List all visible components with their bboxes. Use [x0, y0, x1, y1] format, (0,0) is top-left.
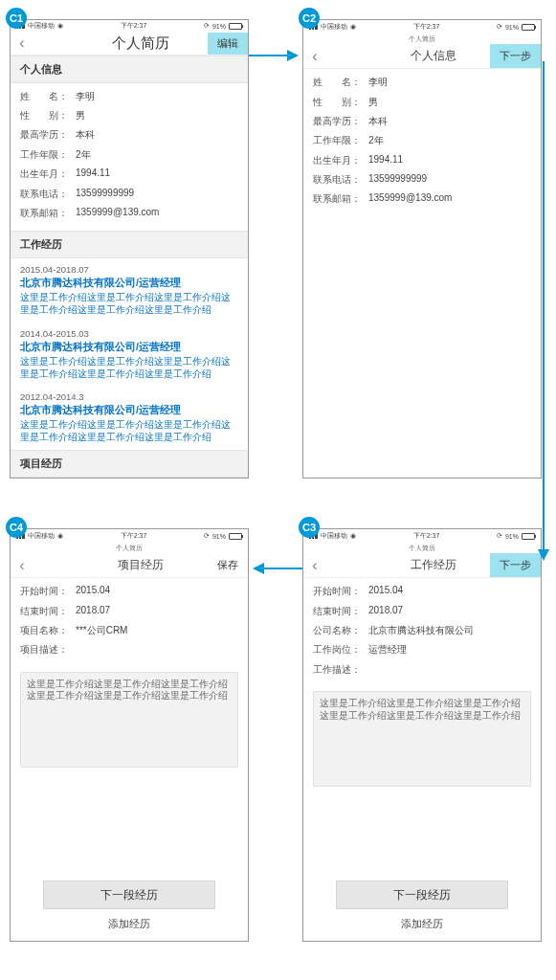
input-position[interactable]: 运营经理 — [368, 643, 531, 657]
input-gender[interactable]: 男 — [368, 96, 531, 109]
label-name: 姓 名： — [20, 90, 76, 103]
label-birth: 出生年月： — [313, 154, 368, 167]
input-end[interactable]: 2018.07 — [368, 605, 531, 618]
work-item[interactable]: 2012.04-2014.3 北京市腾达科技有限公司/运营经理 这里是工作介绍这… — [11, 386, 248, 450]
battery-icon — [522, 533, 535, 540]
section-project: 项目经历 — [11, 450, 248, 478]
badge-c3: C3 — [299, 517, 320, 538]
screen-c1: 中国移动◉ 下午2:37 ⟳91% ‹ 个人简历 编辑 个人信息 姓 名：李明 … — [10, 19, 249, 479]
badge-c1: C1 — [6, 8, 27, 29]
statusbar: 中国移动◉ 下午2:37 ⟳91% — [11, 529, 248, 543]
screen-c3: 中国移动◉ 下午2:37 ⟳91% 个人简历 ‹ 工作经历 下一步 开始时间：2… — [302, 528, 542, 942]
battery-label: 91% — [505, 533, 519, 540]
value-phone: 13599999999 — [76, 188, 238, 201]
label-end: 结束时间： — [313, 605, 368, 618]
next-entry-button[interactable]: 下一段经历 — [43, 880, 215, 909]
battery-label: 91% — [212, 23, 226, 30]
time-label: 下午2:37 — [121, 531, 147, 541]
input-email[interactable]: 1359999@139.com — [368, 192, 531, 206]
input-start[interactable]: 2015.04 — [368, 585, 531, 598]
input-company[interactable]: 北京市腾达科技有限公司 — [368, 624, 531, 637]
statusbar: 中国移动◉ 下午2:37 ⟳91% — [303, 20, 541, 33]
back-button[interactable]: ‹ — [11, 34, 33, 52]
carrier-label: 中国移动 — [321, 531, 347, 541]
wifi-icon: ◉ — [57, 532, 63, 540]
battery-icon — [229, 533, 242, 540]
input-phone[interactable]: 13599999999 — [368, 173, 531, 187]
carrier-label: 中国移动 — [28, 21, 55, 31]
label-years: 工作年限： — [20, 148, 76, 162]
input-years[interactable]: 2年 — [368, 134, 531, 147]
wifi-icon: ◉ — [57, 22, 63, 30]
battery-label: 91% — [505, 24, 519, 31]
work-name: 北京市腾达科技有限公司/运营经理 — [20, 341, 238, 354]
add-entry-link[interactable]: 添加经历 — [313, 917, 531, 931]
label-gender: 性 别： — [313, 96, 368, 109]
label-company: 公司名称： — [313, 624, 368, 637]
input-birth[interactable]: 1994.11 — [368, 154, 531, 167]
next-entry-button[interactable]: 下一段经历 — [336, 880, 508, 909]
label-gender: 性 别： — [20, 109, 76, 122]
work-date: 2015.04-2018.07 — [20, 264, 238, 275]
input-end[interactable]: 2018.07 — [76, 605, 238, 618]
back-button[interactable]: ‹ — [303, 48, 326, 65]
label-jobdesc: 工作描述： — [313, 663, 368, 677]
work-name: 北京市腾达科技有限公司/运营经理 — [20, 277, 238, 290]
add-entry-link[interactable]: 添加经历 — [20, 917, 238, 931]
label-education: 最高学历： — [313, 115, 368, 128]
back-button[interactable]: ‹ — [303, 557, 326, 574]
label-end: 结束时间： — [20, 605, 76, 618]
work-desc: 这里是工作介绍这里是工作介绍这里是工作介绍这里是工作介绍这里是工作介绍这里是工作… — [20, 419, 238, 444]
work-desc: 这里是工作介绍这里是工作介绍这里是工作介绍这里是工作介绍这里是工作介绍这里是工作… — [20, 292, 238, 317]
input-education[interactable]: 本科 — [368, 115, 531, 128]
badge-c2: C2 — [299, 8, 320, 29]
battery-icon — [229, 23, 242, 30]
save-button[interactable]: 保存 — [208, 553, 248, 577]
battery-icon — [522, 24, 535, 31]
breadcrumb: 个人简历 — [11, 543, 248, 553]
label-education: 最高学历： — [20, 128, 76, 142]
battery-label: 91% — [212, 533, 226, 540]
work-item[interactable]: 2015.04-2018.07 北京市腾达科技有限公司/运营经理 这里是工作介绍… — [11, 258, 248, 323]
input-name[interactable]: 李明 — [368, 76, 531, 89]
value-education: 本科 — [76, 128, 238, 142]
label-projectname: 项目名称： — [20, 624, 76, 637]
section-personal: 个人信息 — [11, 56, 248, 83]
value-years: 2年 — [76, 148, 238, 162]
flow-arrow-c1-c2 — [249, 46, 302, 65]
work-date: 2012.04-2014.3 — [20, 391, 238, 402]
label-name: 姓 名： — [313, 76, 368, 89]
work-name: 北京市腾达科技有限公司/运营经理 — [20, 404, 238, 417]
value-email: 1359999@139.com — [76, 207, 238, 220]
label-projectdesc: 项目描述： — [20, 643, 76, 657]
flow-arrow-c3-c4 — [249, 559, 302, 578]
input-projectname[interactable]: ***公司CRM — [76, 624, 238, 637]
statusbar: 中国移动◉ 下午2:37 ⟳91% — [11, 20, 248, 33]
job-desc-textarea[interactable]: 这里是工作介绍这里是工作介绍这里是工作介绍这里是工作介绍这里是工作介绍这里是工作… — [313, 691, 531, 787]
project-desc-textarea[interactable]: 这里是工作介绍这里是工作介绍这里是工作介绍这里是工作介绍这里是工作介绍这里是工作… — [20, 672, 238, 768]
back-button[interactable]: ‹ — [11, 557, 33, 574]
label-birth: 出生年月： — [20, 167, 76, 181]
screen-c4: 中国移动◉ 下午2:37 ⟳91% 个人简历 ‹ 项目经历 保存 开始时间：20… — [10, 528, 249, 942]
label-start: 开始时间： — [20, 585, 76, 598]
personal-info-block: 姓 名：李明 性 别：男 最高学历：本科 工作年限：2年 出生年月：1994.1… — [11, 83, 248, 232]
work-desc: 这里是工作介绍这里是工作介绍这里是工作介绍这里是工作介绍这里是工作介绍这里是工作… — [20, 356, 238, 381]
value-birth: 1994.11 — [76, 167, 238, 181]
section-work: 工作经历 — [11, 231, 248, 258]
edit-button[interactable]: 编辑 — [208, 33, 248, 55]
carrier-label: 中国移动 — [321, 22, 347, 32]
personal-form: 姓 名：李明 性 别：男 最高学历：本科 工作年限：2年 出生年月：1994.1… — [303, 69, 541, 217]
value-gender: 男 — [76, 109, 238, 122]
screen-c2: 中国移动◉ 下午2:37 ⟳91% 个人简历 ‹ 个人信息 下一步 姓 名：李明… — [302, 19, 542, 479]
time-label: 下午2:37 — [413, 22, 440, 32]
breadcrumb: 个人简历 — [303, 543, 541, 553]
statusbar: 中国移动◉ 下午2:37 ⟳91% — [303, 529, 541, 543]
input-start[interactable]: 2015.04 — [76, 585, 238, 598]
value-name: 李明 — [76, 90, 238, 103]
work-item[interactable]: 2014.04-2015.03 北京市腾达科技有限公司/运营经理 这里是工作介绍… — [11, 323, 248, 387]
flow-arrow-c2-c3 — [534, 61, 553, 568]
wifi-icon: ◉ — [350, 532, 356, 540]
label-phone: 联系电话： — [313, 173, 368, 187]
badge-c4: C4 — [6, 517, 27, 538]
label-email: 联系邮箱： — [313, 192, 368, 206]
